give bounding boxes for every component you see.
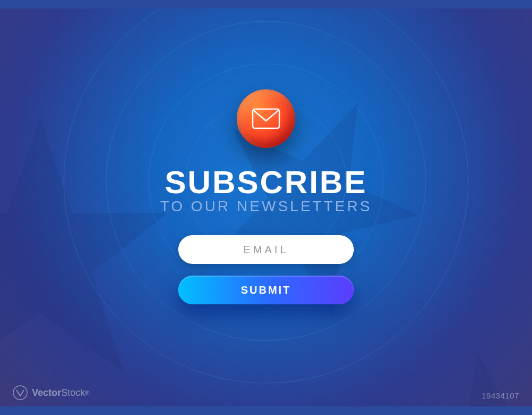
svg-rect-8 <box>253 109 279 128</box>
envelope-icon-circle <box>237 89 295 148</box>
subscribe-form: SUBSCRIBE TO OUR NEWSLETTERS SUBMIT <box>0 0 532 415</box>
email-field[interactable] <box>178 235 354 264</box>
submit-button[interactable]: SUBMIT <box>178 276 354 304</box>
envelope-icon <box>252 108 280 129</box>
subscribe-subtitle: TO OUR NEWSLETTERS <box>160 198 372 215</box>
subscribe-title: SUBSCRIBE <box>165 164 367 201</box>
